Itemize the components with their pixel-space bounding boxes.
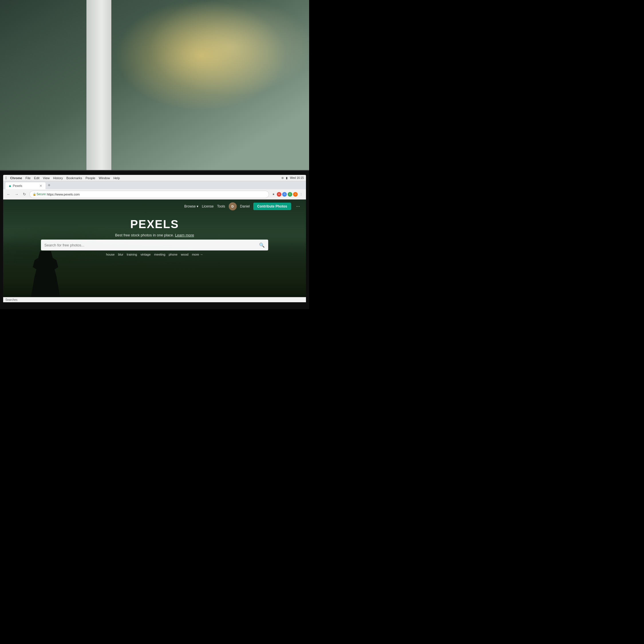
- tag-phone[interactable]: phone: [169, 253, 178, 256]
- contribute-photos-button[interactable]: Contribute Photos: [253, 203, 291, 210]
- monitor-frame:  Chrome Pexels File Edit View History B…: [0, 170, 309, 309]
- pexels-hero: Browse ▾ License Tools D Daniel: [3, 199, 306, 302]
- chrome-tab-bar: ◆ Pexels ✕ +: [3, 181, 306, 189]
- browser-status-bar: Searches: [3, 297, 306, 302]
- pexels-navbar: Browse ▾ License Tools D Daniel: [3, 199, 306, 213]
- more-dots-icon: ···: [296, 204, 300, 209]
- more-extensions-icon[interactable]: ⋮: [299, 192, 304, 197]
- apple-menu[interactable]: : [5, 176, 7, 180]
- os-menubar-right: ⊜ ▮ Wed 16:15: [281, 176, 304, 179]
- browse-dropdown-icon: ▾: [197, 204, 198, 208]
- tag-house[interactable]: house: [106, 253, 114, 256]
- tag-wood[interactable]: wood: [181, 253, 188, 256]
- chrome-toolbar: ← → ↻ 🔒 Secure https://www.pexels.com ★ …: [3, 189, 306, 199]
- pexels-search-bar[interactable]: 🔍: [41, 240, 268, 250]
- learn-more-link[interactable]: Learn more: [175, 233, 194, 237]
- new-tab-button[interactable]: +: [46, 183, 53, 188]
- search-input[interactable]: [44, 243, 257, 247]
- user-avatar[interactable]: D: [229, 202, 237, 210]
- secure-badge: 🔒 Secure: [33, 193, 46, 196]
- browse-nav-item[interactable]: Browse ▾: [184, 204, 198, 208]
- address-bar[interactable]: 🔒 Secure https://www.pexels.com: [29, 191, 269, 198]
- office-background: [0, 0, 309, 185]
- reload-button[interactable]: ↻: [21, 191, 28, 197]
- website-content: Browse ▾ License Tools D Daniel: [3, 199, 306, 302]
- bookmark-star-icon[interactable]: ★: [271, 192, 276, 197]
- more-options-button[interactable]: ···: [295, 203, 301, 210]
- pexels-tagline: Best free stock photos in one place. Lea…: [115, 233, 194, 237]
- tab-close-icon[interactable]: ✕: [39, 184, 42, 188]
- wifi-icon: ⊜: [281, 176, 284, 179]
- clock-display: Wed 16:15: [290, 176, 304, 179]
- tag-training[interactable]: training: [127, 253, 137, 256]
- menu-edit[interactable]: Edit: [34, 176, 39, 180]
- user-name[interactable]: Daniel: [240, 204, 250, 208]
- battery-icon: ▮: [286, 176, 288, 179]
- office-pillar: [86, 0, 111, 185]
- os-menubar-left:  Chrome Pexels File Edit View History B…: [5, 176, 120, 180]
- tab-title: Pexels: [13, 184, 22, 187]
- browser-window:  Chrome Pexels File Edit View History B…: [3, 175, 306, 302]
- status-text: Searches: [5, 298, 17, 301]
- license-nav-item[interactable]: License: [202, 204, 214, 208]
- menu-view[interactable]: View: [43, 176, 50, 180]
- url-display[interactable]: https://www.pexels.com: [47, 193, 80, 196]
- extension-icons: ★ M G C O ⋮: [271, 192, 304, 197]
- tag-vintage[interactable]: vintage: [141, 253, 151, 256]
- ext-icon-3[interactable]: C: [288, 192, 292, 197]
- more-tags-button[interactable]: more →: [192, 253, 203, 256]
- back-button[interactable]: ←: [5, 191, 12, 197]
- secure-label: Secure: [37, 193, 46, 196]
- pexels-logo: PEXELS: [130, 218, 179, 231]
- forward-button[interactable]: →: [13, 191, 20, 197]
- tag-blur[interactable]: blur: [118, 253, 123, 256]
- ext-icon-1[interactable]: M: [277, 192, 281, 197]
- pexels-tag-list: house blur training vintage meeting phon…: [106, 253, 203, 256]
- os-menubar:  Chrome Pexels File Edit View History B…: [3, 175, 306, 181]
- ext-icon-2[interactable]: G: [282, 192, 287, 197]
- pexels-main-content: PEXELS Best free stock photos in one pla…: [3, 213, 306, 256]
- menu-history[interactable]: History: [53, 176, 63, 180]
- active-tab[interactable]: ◆ Pexels ✕: [5, 182, 46, 189]
- menu-window[interactable]: Window: [99, 176, 110, 180]
- search-icon[interactable]: 🔍: [259, 242, 265, 248]
- ext-icon-4[interactable]: O: [293, 192, 298, 197]
- lock-icon: 🔒: [33, 193, 36, 196]
- tools-nav-item[interactable]: Tools: [217, 204, 225, 208]
- menu-help[interactable]: Help: [113, 176, 120, 180]
- menu-bookmarks[interactable]: Bookmarks: [66, 176, 82, 180]
- menu-file[interactable]: File: [25, 176, 31, 180]
- tab-favicon: ◆: [9, 184, 11, 187]
- menu-people[interactable]: People: [86, 176, 95, 180]
- tag-meeting[interactable]: meeting: [154, 253, 165, 256]
- chrome-app-name[interactable]: Chrome: [10, 176, 22, 180]
